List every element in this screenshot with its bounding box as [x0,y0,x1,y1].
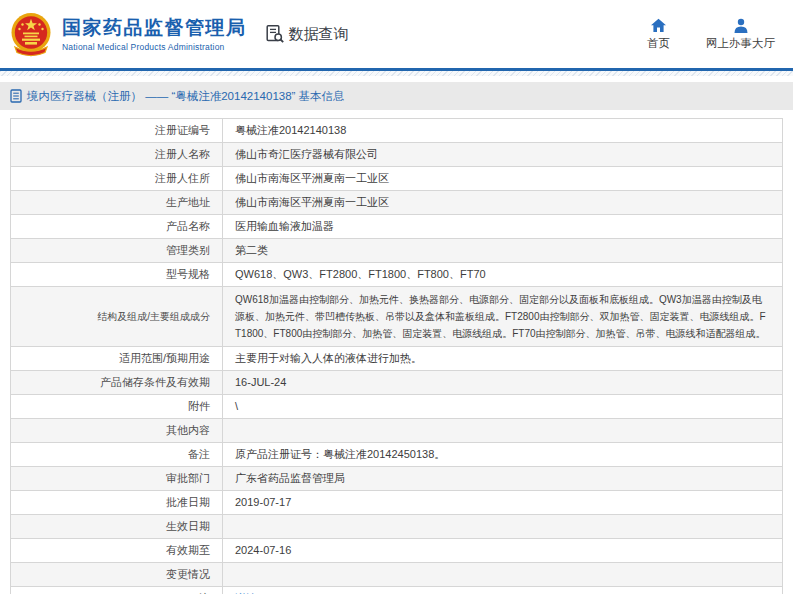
table-row: 批准日期2019-07-17 [11,491,783,515]
row-label: 产品储存条件及有效期 [11,371,223,395]
row-value: QW618、QW3、FT2800、FT1800、FT800、FT70 [223,263,783,287]
row-value: 主要用于对输入人体的液体进行加热。 [223,347,783,371]
document-search-icon [265,24,285,44]
breadcrumb: 境内医疗器械（注册） —— “粤械注准20142140138” 基本信息 [0,82,793,110]
row-label: 生效日期 [11,515,223,539]
brand-subtitle: National Medical Products Administration [62,42,247,52]
table-row: 注册人名称佛山市奇汇医疗器械有限公司 [11,143,783,167]
table-row: 注册人住所佛山市南海区平洲夏南一工业区 [11,167,783,191]
row-label: 结构及组成/主要组成成分 [11,287,223,347]
table-row: 注详情 [11,587,783,594]
table-row: 管理类别第二类 [11,239,783,263]
table-row: 备注原产品注册证号：粤械注准20142450138。 [11,443,783,467]
table-row: 审批部门广东省药品监督管理局 [11,467,783,491]
info-table: 注册证编号粤械注准20142140138注册人名称佛山市奇汇医疗器械有限公司注册… [10,118,783,594]
national-emblem-icon [8,11,54,57]
row-label: 管理类别 [11,239,223,263]
table-row: 附件\ [11,395,783,419]
row-value: 16-JUL-24 [223,371,783,395]
table-row: 生产地址佛山市南海区平洲夏南一工业区 [11,191,783,215]
table-row: 注册证编号粤械注准20142140138 [11,119,783,143]
row-value [223,419,783,443]
table-row: 产品储存条件及有效期16-JUL-24 [11,371,783,395]
row-label: 型号规格 [11,263,223,287]
row-value [223,563,783,587]
row-value: 原产品注册证号：粤械注准20142450138。 [223,443,783,467]
row-value: 2024-07-16 [223,539,783,563]
row-label: 其他内容 [11,419,223,443]
table-row: 产品名称医用输血输液加温器 [11,215,783,239]
brand-title: 国家药品监督管理局 [62,16,247,40]
row-label: 产品名称 [11,215,223,239]
row-value: 医用输血输液加温器 [223,215,783,239]
row-label: 注 [11,587,223,594]
header-divider-strip [0,71,793,76]
row-label: 生产地址 [11,191,223,215]
row-label: 注册证编号 [11,119,223,143]
row-value: 第二类 [223,239,783,263]
data-query-label: 数据查询 [289,25,349,44]
row-label: 批准日期 [11,491,223,515]
row-value: 佛山市南海区平洲夏南一工业区 [223,167,783,191]
table-row: 其他内容 [11,419,783,443]
row-value: 粤械注准20142140138 [223,119,783,143]
row-value: \ [223,395,783,419]
row-value: 佛山市南海区平洲夏南一工业区 [223,191,783,215]
document-icon [10,89,22,103]
home-icon [650,18,667,33]
row-label: 注册人名称 [11,143,223,167]
row-value: 广东省药品监督管理局 [223,467,783,491]
table-row: 型号规格QW618、QW3、FT2800、FT1800、FT800、FT70 [11,263,783,287]
info-table-body: 注册证编号粤械注准20142140138注册人名称佛山市奇汇医疗器械有限公司注册… [11,119,783,594]
row-value: QW618加温器由控制部分、加热元件、换热器部分、电源部分、固定部分以及面板和底… [223,287,783,347]
row-value: 详情 [223,587,783,594]
table-row: 生效日期 [11,515,783,539]
row-label: 备注 [11,443,223,467]
site-logo[interactable]: 国家药品监督管理局 National Medical Products Admi… [8,11,247,57]
nav-home[interactable]: 首页 [647,18,670,51]
row-label: 附件 [11,395,223,419]
data-query-tab[interactable]: 数据查询 [265,24,349,44]
row-label: 有效期至 [11,539,223,563]
brand-text: 国家药品监督管理局 National Medical Products Admi… [62,16,247,52]
page-title: 境内医疗器械（注册） —— “粤械注准20142140138” 基本信息 [27,89,345,104]
row-label: 注册人住所 [11,167,223,191]
row-value: 佛山市奇汇医疗器械有限公司 [223,143,783,167]
row-label: 审批部门 [11,467,223,491]
top-nav: 首页 网上办事大厅 [647,18,779,51]
person-icon [733,18,749,33]
table-row: 变更情况 [11,563,783,587]
row-value [223,515,783,539]
table-row: 结构及组成/主要组成成分QW618加温器由控制部分、加热元件、换热器部分、电源部… [11,287,783,347]
site-header: 国家药品监督管理局 National Medical Products Admi… [0,0,793,71]
row-label: 适用范围/预期用途 [11,347,223,371]
row-value: 2019-07-17 [223,491,783,515]
table-row: 有效期至2024-07-16 [11,539,783,563]
nav-online-hall-label: 网上办事大厅 [706,36,775,51]
nav-home-label: 首页 [647,36,670,51]
table-row: 适用范围/预期用途主要用于对输入人体的液体进行加热。 [11,347,783,371]
nav-online-hall[interactable]: 网上办事大厅 [706,18,775,51]
row-label: 变更情况 [11,563,223,587]
